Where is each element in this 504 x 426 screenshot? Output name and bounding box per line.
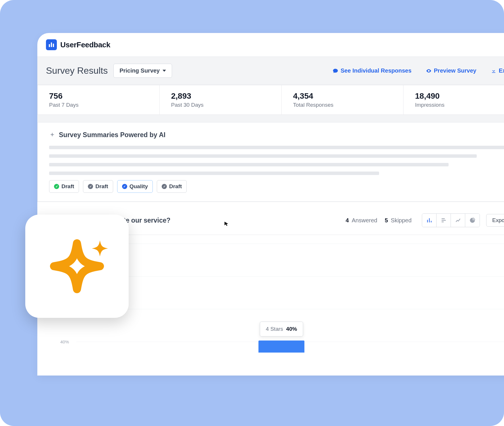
chevron-down-icon — [163, 70, 166, 72]
see-individual-responses-link[interactable]: See Individual Responses — [333, 67, 412, 74]
preview-survey-link[interactable]: Preview Survey — [426, 67, 476, 74]
pie-chart-icon — [469, 217, 476, 223]
check-icon — [54, 184, 59, 189]
app-window: UserFeedback Survey Results Pricing Surv… — [37, 33, 504, 376]
pie-chart-view-button[interactable] — [465, 214, 480, 227]
stat-total: 4,354 Total Responses — [282, 85, 404, 115]
ai-chip[interactable]: Quality — [117, 180, 153, 193]
hbar-chart-view-button[interactable] — [437, 214, 451, 227]
download-icon — [491, 68, 497, 74]
skeleton-line — [49, 172, 379, 175]
eye-icon — [426, 68, 432, 74]
stat-past7: 756 Past 7 Days — [37, 85, 160, 115]
brand-name: UserFeedback — [60, 40, 110, 49]
sparkle-large-icon — [34, 223, 120, 309]
check-icon — [122, 184, 127, 189]
page-title: Survey Results — [46, 65, 108, 76]
ai-sparkle-card — [25, 215, 129, 318]
ai-chip[interactable]: Draft — [83, 180, 113, 193]
skeleton-line — [49, 154, 477, 158]
skeleton-line — [49, 163, 449, 166]
survey-selector-label: Pricing Survey — [119, 67, 160, 74]
ai-chip-row: Draft Draft Quality Draft — [49, 180, 504, 193]
y-tick: 40% — [60, 339, 69, 344]
ai-chip[interactable]: Draft — [157, 180, 187, 193]
question-stats: 4Answered 5Skipped — [346, 217, 416, 224]
subheader: Survey Results Pricing Survey See Indivi… — [37, 57, 504, 85]
export-link[interactable]: Export — [491, 67, 504, 74]
chart-view-toggle — [422, 213, 480, 227]
cursor-icon — [223, 221, 230, 227]
topbar: UserFeedback — [37, 33, 504, 57]
ai-chip[interactable]: Draft — [49, 180, 79, 193]
check-icon — [162, 184, 167, 189]
stats-row: 756 Past 7 Days 2,893 Past 30 Days 4,354… — [37, 85, 504, 122]
horizontal-bar-icon — [441, 217, 447, 223]
logo-icon — [46, 39, 57, 50]
ai-summary-panel: Survey Summaries Powered by AI Draft Dra… — [37, 122, 504, 202]
stat-past30: 2,893 Past 30 Days — [160, 85, 282, 115]
chart-tooltip: 4 Stars 40% — [260, 322, 303, 336]
chart-bar[interactable] — [258, 341, 304, 353]
question-export-button[interactable]: Export — [486, 214, 504, 227]
bar-chart-view-button[interactable] — [422, 214, 437, 227]
frame: UserFeedback Survey Results Pricing Surv… — [0, 0, 504, 426]
line-chart-icon — [455, 217, 461, 223]
chat-icon — [333, 68, 338, 74]
skeleton-line — [49, 146, 504, 149]
check-icon — [88, 184, 93, 189]
ai-panel-title: Survey Summaries Powered by AI — [59, 131, 165, 139]
survey-selector-dropdown[interactable]: Pricing Survey — [113, 64, 172, 78]
stat-impressions: 18,490 Impressions — [403, 85, 504, 115]
line-chart-view-button[interactable] — [451, 214, 465, 227]
bar-chart-icon — [426, 217, 432, 223]
sparkle-icon — [49, 132, 55, 138]
logo-bars-icon — [49, 42, 54, 47]
